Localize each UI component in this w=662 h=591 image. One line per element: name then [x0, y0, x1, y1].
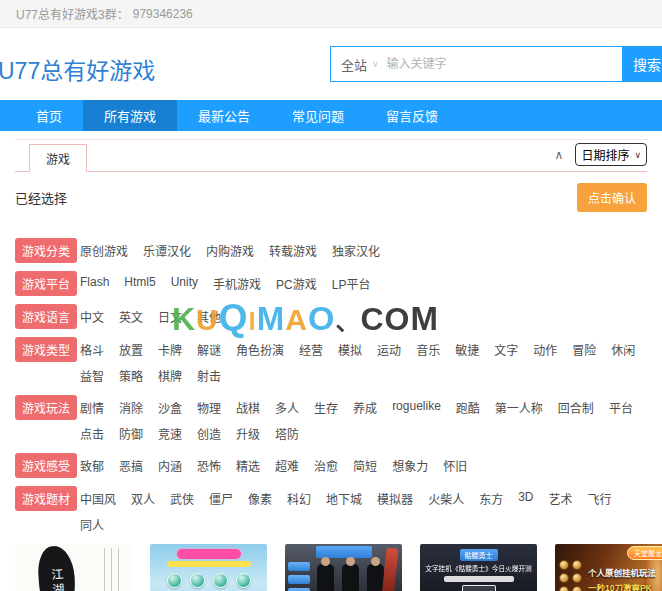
nav-item-2[interactable]: 最新公告 — [177, 100, 271, 131]
game-thumbnail-cultivation[interactable] — [150, 544, 267, 591]
tab-games[interactable]: 游戏 — [29, 144, 87, 172]
filter-row-0: 游戏分类原创游戏乐谭汉化内购游戏转载游戏独家汉化 — [15, 238, 647, 260]
nav-item-0[interactable]: 首页 — [15, 100, 83, 131]
filter-item[interactable]: 解谜 — [195, 341, 223, 358]
filter-items: 致郁恶搞内涵恐怖精选超难治愈简短想象力怀旧 — [78, 453, 647, 474]
filter-item[interactable]: 回合制 — [556, 399, 596, 416]
filter-item[interactable]: 放置 — [117, 341, 145, 358]
filter-item[interactable]: 像素 — [246, 490, 274, 507]
filter-item[interactable]: 转载游戏 — [267, 242, 319, 259]
nav-item-4[interactable]: 留言反馈 — [365, 100, 459, 131]
filter-item[interactable]: 文字 — [492, 341, 520, 358]
filter-item[interactable]: 生存 — [312, 399, 340, 416]
filter-item[interactable]: 养成 — [351, 399, 379, 416]
gold-circle — [572, 586, 582, 591]
filter-item[interactable]: 东方 — [477, 490, 505, 507]
site-logo[interactable]: U77总有好游戏 — [0, 52, 155, 86]
filter-item[interactable]: PC游戏 — [274, 275, 319, 292]
filter-item[interactable]: 射击 — [195, 367, 223, 384]
filter-item[interactable]: 艺术 — [547, 490, 575, 507]
filter-item[interactable]: 升级 — [234, 425, 262, 442]
filter-item[interactable]: 竞速 — [156, 425, 184, 442]
nav-item-1[interactable]: 所有游戏 — [83, 100, 177, 131]
search-input[interactable] — [385, 56, 612, 72]
filter-item[interactable]: 平台 — [607, 399, 635, 416]
filter-item[interactable]: 内购游戏 — [204, 242, 256, 259]
filter-item[interactable]: 模拟器 — [375, 490, 415, 507]
filter-item[interactable]: 剧情 — [78, 399, 106, 416]
filter-item[interactable]: 棋牌 — [156, 367, 184, 384]
filter-item[interactable]: 敏捷 — [453, 341, 481, 358]
filter-item[interactable]: 乐谭汉化 — [141, 242, 193, 259]
filter-item[interactable]: 卡牌 — [156, 341, 184, 358]
game-thumbnail-inkwash[interactable]: 江湖 — [15, 544, 132, 591]
filter-item[interactable]: 僵尸 — [207, 490, 235, 507]
filter-item[interactable]: 物理 — [195, 399, 223, 416]
collapse-icon[interactable]: ∧ — [555, 149, 564, 161]
filter-item[interactable]: 防御 — [117, 425, 145, 442]
filter-item[interactable]: 动作 — [531, 341, 559, 358]
filter-item[interactable]: 多人 — [273, 399, 301, 416]
game-thumbnail-skeleton[interactable]: 骷髅勇士 文字挂机《骷髅勇士》今日火爆开测 — [420, 544, 537, 591]
search-button[interactable]: 搜索 — [623, 46, 662, 82]
filter-item[interactable]: 原创游戏 — [78, 242, 130, 259]
filter-item[interactable]: roguelike — [390, 399, 443, 416]
filter-item[interactable]: 手机游戏 — [211, 275, 263, 292]
filter-item[interactable]: 点击 — [78, 425, 106, 442]
filter-item[interactable]: 冒险 — [570, 341, 598, 358]
filter-item[interactable]: 沙盒 — [156, 399, 184, 416]
filter-items: FlashHtml5Unity手机游戏PC游戏LP平台 — [78, 271, 647, 292]
filter-item[interactable]: 中文 — [78, 308, 106, 325]
filter-item[interactable]: 治愈 — [312, 457, 340, 474]
filter-item[interactable]: 飞行 — [586, 490, 614, 507]
filter-item[interactable]: 精选 — [234, 457, 262, 474]
filter-item[interactable]: Flash — [78, 275, 111, 292]
filter-item[interactable]: Html5 — [122, 275, 157, 292]
filter-item[interactable]: 模拟 — [336, 341, 364, 358]
filter-item[interactable]: 策略 — [117, 367, 145, 384]
filter-item[interactable]: 内涵 — [156, 457, 184, 474]
filter-item[interactable]: 其他 — [195, 308, 223, 325]
filter-item[interactable]: 致郁 — [78, 457, 106, 474]
filter-item[interactable]: 消除 — [117, 399, 145, 416]
filter-item[interactable]: 音乐 — [414, 341, 442, 358]
search-scope-dropdown[interactable]: 全站 ∨ — [341, 55, 379, 74]
sort-select[interactable]: 日期排序 ∨ — [575, 143, 647, 166]
filter-item[interactable]: 日文 — [156, 308, 184, 325]
filter-item[interactable]: 独家汉化 — [330, 242, 382, 259]
nav: 首页所有游戏最新公告常见问题留言反馈 — [0, 100, 662, 131]
filter-item[interactable]: 火柴人 — [426, 490, 466, 507]
confirm-button[interactable]: 点击确认 — [577, 183, 647, 212]
filter-item[interactable]: 地下城 — [324, 490, 364, 507]
filter-item[interactable]: 简短 — [351, 457, 379, 474]
filter-item[interactable]: 战棋 — [234, 399, 262, 416]
filter-item[interactable]: 创造 — [195, 425, 223, 442]
filter-item[interactable]: 恶搞 — [117, 457, 145, 474]
filter-item[interactable]: 休闲 — [609, 341, 637, 358]
nav-item-3[interactable]: 常见问题 — [271, 100, 365, 131]
filter-item[interactable]: 科幻 — [285, 490, 313, 507]
filter-item[interactable]: 运动 — [375, 341, 403, 358]
filter-item[interactable]: 同人 — [78, 516, 106, 533]
filter-item[interactable]: 角色扮演 — [234, 341, 286, 358]
filter-item[interactable]: 英文 — [117, 308, 145, 325]
game-thumbnail-legend[interactable]: 天堂屠龙 个人原创挂机玩法 一秒10刀激爽PK 世界BOSS夺宝 — [555, 544, 662, 591]
game-thumbnail-gangster[interactable] — [285, 544, 402, 591]
filter-item[interactable]: LP平台 — [330, 275, 373, 292]
filter-item[interactable]: 3D — [516, 490, 535, 507]
filter-item[interactable]: 第一人称 — [493, 399, 545, 416]
gold-circle — [559, 573, 569, 583]
filter-item[interactable]: 跑酷 — [454, 399, 482, 416]
filter-item[interactable]: 经营 — [297, 341, 325, 358]
filter-item[interactable]: Unity — [169, 275, 200, 292]
filter-item[interactable]: 中国风 — [78, 490, 118, 507]
filter-item[interactable]: 超难 — [273, 457, 301, 474]
filter-item[interactable]: 双人 — [129, 490, 157, 507]
filter-item[interactable]: 武侠 — [168, 490, 196, 507]
filter-item[interactable]: 怀旧 — [441, 457, 469, 474]
filter-item[interactable]: 想象力 — [390, 457, 430, 474]
filter-item[interactable]: 塔防 — [273, 425, 301, 442]
filter-item[interactable]: 恐怖 — [195, 457, 223, 474]
filter-item[interactable]: 格斗 — [78, 341, 106, 358]
filter-item[interactable]: 益智 — [78, 367, 106, 384]
